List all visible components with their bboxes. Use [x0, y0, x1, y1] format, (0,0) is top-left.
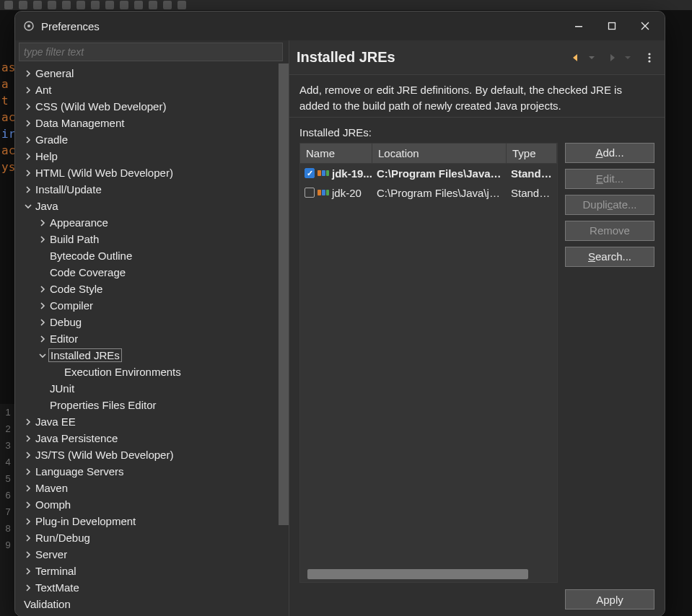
apply-button[interactable]: Apply	[565, 589, 654, 610]
chevron-right-icon[interactable]	[22, 582, 34, 594]
chevron-right-icon[interactable]	[22, 184, 34, 195]
chevron-right-icon[interactable]	[22, 68, 34, 79]
chevron-right-icon[interactable]	[22, 516, 34, 527]
chevron-right-icon[interactable]	[22, 84, 34, 96]
tree-item[interactable]: Compiler	[15, 297, 289, 314]
chevron-right-icon[interactable]	[22, 466, 34, 478]
tree-item[interactable]: Ant	[15, 82, 289, 98]
tree-item-label: Code Style	[48, 283, 104, 295]
tree-item[interactable]: CSS (Wild Web Developer)	[15, 98, 289, 115]
tree-item[interactable]: Run/Debug	[15, 529, 289, 546]
chevron-right-icon[interactable]	[22, 433, 34, 444]
page-menu-button[interactable]	[641, 50, 657, 66]
tree-item[interactable]: Properties Files Editor	[15, 397, 289, 413]
column-header-location[interactable]: Location	[372, 144, 507, 163]
tree-item[interactable]: Help	[15, 148, 289, 164]
chevron-right-icon[interactable]	[37, 333, 48, 345]
jre-default-checkbox[interactable]	[305, 188, 315, 198]
chevron-right-icon[interactable]	[22, 151, 34, 162]
table-row[interactable]: ✓jdk-19...C:\Program Files\Java\jd...Sta…	[300, 164, 557, 183]
tree-item[interactable]: HTML (Wild Web Developer)	[15, 164, 289, 181]
chevron-right-icon[interactable]	[22, 118, 34, 129]
tree-item[interactable]: Java	[15, 198, 289, 214]
tree-item[interactable]: Bytecode Outline	[15, 247, 289, 264]
remove-button[interactable]: Remove	[565, 221, 654, 241]
tree-item[interactable]: Appearance	[15, 214, 289, 231]
back-dropdown-icon[interactable]	[584, 50, 600, 66]
duplicate-button[interactable]: Duplicate...	[565, 195, 654, 215]
column-header-type[interactable]: Type	[507, 144, 557, 163]
tree-item-label: Appearance	[48, 216, 110, 229]
column-header-name[interactable]: Name	[300, 144, 372, 163]
chevron-right-icon[interactable]	[22, 499, 34, 511]
tree-item-label: Ant	[34, 84, 53, 96]
jre-buttons: Add... Edit... Duplicate... Remove Searc…	[565, 143, 654, 584]
forward-dropdown-icon[interactable]	[620, 50, 636, 66]
tree-item-label: Data Management	[34, 117, 126, 129]
chevron-right-icon[interactable]	[37, 234, 48, 245]
tree-item[interactable]: Language Servers	[15, 463, 289, 480]
tree-item[interactable]: Java EE	[15, 413, 289, 430]
search-button[interactable]: Search...	[565, 247, 654, 267]
tree-item-label: Run/Debug	[34, 532, 92, 544]
tree-item[interactable]: Code Coverage	[15, 264, 289, 281]
tree-item[interactable]: TextMate	[15, 579, 289, 596]
svg-rect-2	[575, 26, 582, 27]
tree-item-label: Install/Update	[34, 183, 103, 195]
chevron-down-icon[interactable]	[22, 201, 34, 212]
tree-scrollbar[interactable]	[279, 63, 289, 525]
history-forward-button[interactable]	[604, 50, 620, 66]
tree-item[interactable]: General	[15, 65, 289, 82]
tree-item[interactable]: Installed JREs	[15, 347, 289, 364]
chevron-right-icon[interactable]	[22, 101, 34, 113]
table-horizontal-scrollbar[interactable]	[307, 569, 528, 579]
edit-button[interactable]: Edit...	[565, 169, 654, 189]
chevron-right-icon[interactable]	[22, 416, 34, 428]
tree-item[interactable]: Execution Environments	[15, 364, 289, 380]
jre-default-checkbox[interactable]: ✓	[305, 168, 315, 178]
tree-item[interactable]: Data Management	[15, 115, 289, 131]
table-header: Name Location Type	[300, 144, 557, 164]
filter-input[interactable]	[19, 43, 283, 61]
chevron-right-icon[interactable]	[22, 549, 34, 560]
tree-item[interactable]: Oomph	[15, 496, 289, 513]
tree-item[interactable]: Gradle	[15, 131, 289, 148]
chevron-right-icon[interactable]	[37, 283, 48, 295]
chevron-right-icon[interactable]	[22, 532, 34, 544]
add-button[interactable]: Add...	[565, 143, 654, 163]
chevron-right-icon[interactable]	[22, 566, 34, 577]
tree-item-label: Maven	[34, 482, 69, 494]
table-row[interactable]: jdk-20C:\Program Files\Java\jdk-20Standa…	[300, 183, 557, 203]
chevron-right-icon[interactable]	[22, 483, 34, 494]
page-title: Installed JREs	[297, 49, 395, 66]
tree-item-label: Language Servers	[34, 465, 126, 478]
chevron-right-icon[interactable]	[22, 449, 34, 461]
preferences-tree[interactable]: GeneralAntCSS (Wild Web Developer)Data M…	[15, 63, 289, 616]
tree-item[interactable]: Editor	[15, 330, 289, 347]
chevron-right-icon[interactable]	[37, 217, 48, 229]
tree-item[interactable]: Code Style	[15, 281, 289, 297]
jre-location: C:\Program Files\Java\jdk-20	[372, 187, 507, 199]
tree-item[interactable]: JS/TS (Wild Web Developer)	[15, 446, 289, 463]
window-close-button[interactable]	[629, 14, 662, 38]
tree-item[interactable]: JUnit	[15, 380, 289, 397]
tree-item-label: Compiler	[48, 299, 95, 312]
tree-item[interactable]: Debug	[15, 314, 289, 330]
tree-item[interactable]: Build Path	[15, 231, 289, 247]
tree-item[interactable]: Server	[15, 546, 289, 563]
tree-item[interactable]: Validation	[15, 596, 289, 612]
tree-item[interactable]: Maven	[15, 480, 289, 496]
tree-item[interactable]: Plug-in Development	[15, 513, 289, 529]
jre-table[interactable]: Name Location Type ✓jdk-19...C:\Program …	[299, 143, 558, 584]
window-maximize-button[interactable]	[595, 14, 629, 38]
tree-item[interactable]: Terminal	[15, 563, 289, 579]
chevron-right-icon[interactable]	[22, 167, 34, 179]
tree-item[interactable]: Java Persistence	[15, 430, 289, 446]
history-back-button[interactable]	[568, 50, 584, 66]
chevron-right-icon[interactable]	[22, 134, 34, 146]
chevron-down-icon[interactable]	[37, 350, 48, 361]
chevron-right-icon[interactable]	[37, 317, 48, 328]
tree-item[interactable]: Install/Update	[15, 181, 289, 198]
chevron-right-icon[interactable]	[37, 300, 48, 312]
window-minimize-button[interactable]	[562, 14, 595, 38]
